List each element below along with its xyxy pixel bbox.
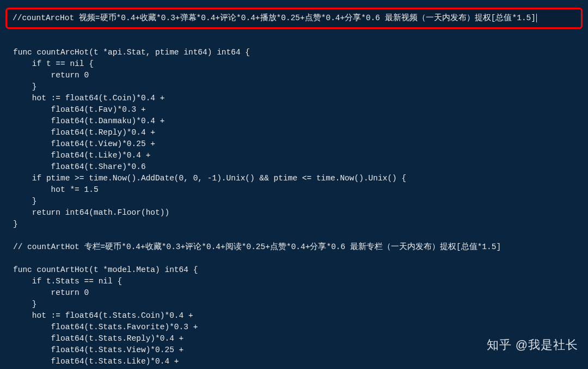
highlighted-comment: //countArcHot 视频=硬币*0.4+收藏*0.3+弹幕*0.4+评论… [5, 8, 583, 29]
code-block: func countArcHot(t *api.Stat, ptime int6… [0, 31, 588, 369]
highlight-text: //countArcHot 视频=硬币*0.4+收藏*0.3+弹幕*0.4+评论… [13, 14, 536, 22]
text-cursor [536, 14, 537, 22]
